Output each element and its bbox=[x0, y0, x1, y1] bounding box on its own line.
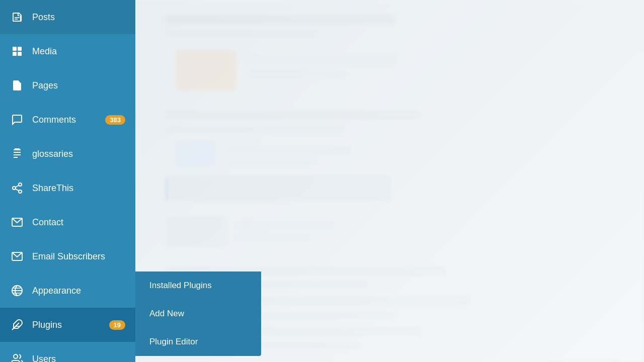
sidebar-item-contact-label: Contact bbox=[32, 217, 125, 228]
email-subscribers-icon bbox=[10, 249, 24, 263]
sidebar-item-email-subscribers[interactable]: Email Subscribers bbox=[0, 239, 135, 274]
submenu-add-new[interactable]: Add New bbox=[135, 300, 261, 328]
comments-badge: 383 bbox=[105, 115, 125, 125]
sidebar-item-plugins[interactable]: Plugins 19 bbox=[0, 308, 135, 342]
appearance-icon bbox=[10, 284, 24, 298]
svg-point-19 bbox=[14, 354, 18, 358]
sidebar-item-media-label: Media bbox=[32, 46, 125, 57]
submenu-installed-plugins[interactable]: Installed Plugins bbox=[135, 272, 261, 300]
sidebar-item-sharethis-label: ShareThis bbox=[32, 183, 125, 194]
submenu-plugin-editor[interactable]: Plugin Editor bbox=[135, 328, 261, 356]
pages-icon bbox=[10, 78, 24, 93]
sidebar-item-plugins-label: Plugins bbox=[32, 320, 98, 330]
sidebar-item-email-subscribers-label: Email Subscribers bbox=[32, 251, 125, 262]
svg-line-14 bbox=[16, 186, 19, 188]
sidebar-item-pages[interactable]: Pages bbox=[0, 68, 135, 103]
plugins-icon bbox=[10, 318, 24, 332]
plugins-badge: 19 bbox=[109, 320, 125, 330]
sidebar-item-glossaries-label: glossaries bbox=[32, 149, 125, 159]
sidebar-item-appearance-label: Appearance bbox=[32, 286, 125, 296]
comments-icon bbox=[10, 113, 24, 127]
svg-point-10 bbox=[19, 183, 22, 186]
svg-point-12 bbox=[19, 190, 22, 193]
sidebar-item-posts[interactable]: Posts bbox=[0, 0, 135, 34]
sidebar-item-pages-label: Pages bbox=[32, 80, 125, 91]
plugins-submenu: Installed Plugins Add New Plugin Editor bbox=[135, 272, 261, 356]
sidebar-item-sharethis[interactable]: ShareThis bbox=[0, 171, 135, 205]
posts-icon bbox=[10, 10, 24, 24]
sidebar-item-posts-label: Posts bbox=[32, 12, 125, 23]
svg-rect-2 bbox=[13, 47, 17, 51]
sidebar-item-comments-label: Comments bbox=[32, 115, 94, 125]
svg-line-13 bbox=[16, 189, 19, 191]
sidebar-item-comments[interactable]: Comments 383 bbox=[0, 103, 135, 137]
contact-icon bbox=[10, 215, 24, 229]
sidebar-item-users-label: Users bbox=[32, 354, 125, 363]
sidebar-item-appearance[interactable]: Appearance bbox=[0, 274, 135, 308]
svg-rect-5 bbox=[18, 52, 22, 56]
sidebar-item-users[interactable]: Users bbox=[0, 342, 135, 362]
users-icon bbox=[10, 352, 24, 362]
sidebar-item-media[interactable]: Media bbox=[0, 34, 135, 68]
sidebar-item-glossaries[interactable]: glossaries bbox=[0, 137, 135, 171]
media-icon bbox=[10, 44, 24, 58]
svg-point-11 bbox=[13, 187, 16, 190]
sidebar: Posts Media Pages Comments 383 glossarie… bbox=[0, 0, 135, 362]
glossaries-icon bbox=[10, 147, 24, 161]
svg-rect-4 bbox=[13, 52, 17, 56]
svg-rect-3 bbox=[18, 47, 22, 51]
sharethis-icon bbox=[10, 181, 24, 195]
sidebar-item-contact[interactable]: Contact bbox=[0, 205, 135, 239]
